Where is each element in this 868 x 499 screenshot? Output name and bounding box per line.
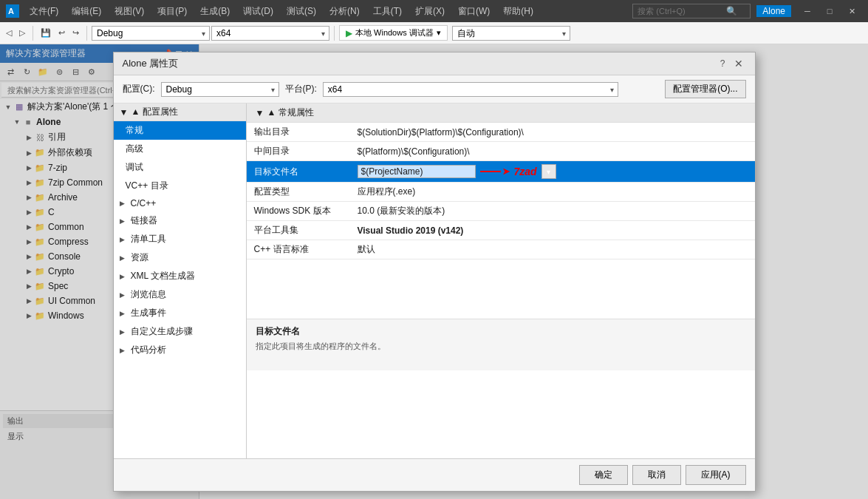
prop-tree-item-browse[interactable]: ▶ 浏览信息 (114, 285, 246, 304)
prop-section-header: ▼ ▲ 常规属性 (247, 103, 755, 123)
run-mode-select[interactable]: 自动 (452, 26, 570, 41)
prop-tree-item-resources[interactable]: ▶ 资源 (114, 248, 246, 267)
prop-section-expand-icon: ▼ (256, 108, 264, 118)
toolbar-sep3 (334, 26, 335, 41)
prop-tree-xml-label: XML 文档生成器 (131, 270, 196, 282)
modal-platform-dropdown[interactable]: x64 x86 (323, 82, 618, 97)
modal-config-dropdown[interactable]: Debug Release (161, 82, 279, 97)
modal-platform-select[interactable]: x64 x86 (323, 82, 618, 97)
prop-tree-item-xml[interactable]: ▶ XML 文档生成器 (114, 267, 246, 285)
prop-name-sdk: Windows SDK 版本 (247, 202, 350, 221)
menu-help[interactable]: 帮助(H) (497, 4, 539, 19)
menu-file[interactable]: 文件(F) (24, 4, 64, 19)
menu-debug[interactable]: 调试(D) (237, 4, 279, 19)
toolbar-redo[interactable]: ↪ (69, 27, 82, 39)
resources-expand-icon: ▶ (120, 254, 129, 262)
title-bar: A 文件(F) 编辑(E) 视图(V) 项目(P) 生成(B) 调试(D) 测试… (0, 0, 868, 22)
config-dropdown[interactable]: Debug Release (92, 26, 210, 41)
minimize-button[interactable]: ─ (797, 4, 818, 18)
platform-select[interactable]: x64 x86 (211, 26, 329, 41)
toolbar-undo[interactable]: ↩ (55, 27, 68, 39)
config-select[interactable]: Debug Release (92, 26, 210, 41)
toolbar-back[interactable]: ◁ (3, 27, 15, 39)
prop-name-cpp-std: C++ 语言标准 (247, 240, 350, 259)
modal-overlay: Alone 属性页 ? ✕ 配置(C): Debug Release 平台(P)… (0, 44, 868, 499)
cpp-expand-icon: ▶ (120, 200, 129, 207)
menu-view[interactable]: 视图(V) (109, 4, 150, 19)
title-badge: Alone (756, 5, 791, 17)
prop-value-target[interactable]: ➤ 7zad ▾ (350, 161, 755, 183)
menu-tools[interactable]: 工具(T) (367, 4, 408, 19)
menu-test[interactable]: 测试(S) (281, 4, 322, 19)
close-button[interactable]: ✕ (841, 4, 862, 18)
platform-dropdown[interactable]: x64 x86 (211, 26, 329, 41)
menu-extensions[interactable]: 扩展(X) (409, 4, 451, 19)
menu-window[interactable]: 窗口(W) (452, 4, 496, 19)
properties-table: 输出目录 $(SolutionDir)$(Platform)\$(Configu… (247, 123, 755, 259)
table-row-target[interactable]: 目标文件名 ➤ 7zad (247, 161, 755, 183)
prop-tree-item-code-analysis[interactable]: ▶ 代码分析 (114, 341, 246, 359)
properties-modal: Alone 属性页 ? ✕ 配置(C): Debug Release 平台(P)… (113, 52, 756, 492)
property-panel: ▼ ▲ 常规属性 输出目录 $(SolutionDir)$(Platform)\… (247, 103, 755, 458)
run-label: 本地 Windows 调试器 (355, 27, 434, 38)
title-search[interactable]: 🔍 (632, 4, 751, 18)
prop-value-config-type[interactable]: 应用程序(.exe) (350, 183, 755, 202)
modal-close-btn[interactable]: ✕ (731, 58, 746, 69)
prop-tree-item-custom-build[interactable]: ▶ 自定义生成步骤 (114, 322, 246, 341)
prop-tree-item-vc-dirs[interactable]: VC++ 目录 (114, 177, 246, 195)
arrow-line (480, 171, 501, 172)
modal-config-select[interactable]: Debug Release (161, 82, 279, 97)
annotation-arrow: ➤ 7zad (480, 166, 537, 177)
title-search-input[interactable] (638, 7, 726, 16)
menu-edit[interactable]: 编辑(E) (66, 4, 107, 19)
table-row: 输出目录 $(SolutionDir)$(Platform)\$(Configu… (247, 123, 755, 142)
run-mode-dropdown[interactable]: 自动 (452, 26, 570, 41)
prop-tree-item-cpp[interactable]: ▶ C/C++ (114, 195, 246, 211)
prop-value-intermediate[interactable]: $(Platform)\$(Configuration)\ (350, 142, 755, 161)
target-dropdown-btn[interactable]: ▾ (541, 164, 556, 179)
prop-spacer (247, 259, 755, 319)
prop-tree-item-linker[interactable]: ▶ 链接器 (114, 211, 246, 230)
maximize-button[interactable]: □ (819, 4, 840, 18)
target-filename-input[interactable] (358, 165, 476, 178)
prop-tree-build-events-label: 生成事件 (131, 307, 166, 319)
menu-project[interactable]: 项目(P) (151, 4, 193, 19)
prop-tree-item-debug[interactable]: 调试 (114, 158, 246, 177)
custom-build-expand-icon: ▶ (120, 328, 129, 336)
toolbar-forward[interactable]: ▷ (16, 27, 28, 39)
prop-value-cpp-std[interactable]: 默认 (350, 240, 755, 259)
modal-footer: 确定 取消 应用(A) (114, 458, 755, 491)
prop-value-toolset[interactable]: Visual Studio 2019 (v142) (350, 221, 755, 240)
config-label: 配置(C): (123, 83, 155, 95)
toolbar-sep2 (86, 26, 87, 41)
run-arrow-icon: ▶ (346, 28, 352, 38)
ok-button[interactable]: 确定 (579, 465, 628, 485)
prop-tree-custom-build-label: 自定义生成步骤 (131, 325, 193, 338)
cancel-button[interactable]: 取消 (632, 465, 681, 485)
prop-name-config-type: 配置类型 (247, 183, 350, 202)
menu-analyze[interactable]: 分析(N) (324, 4, 366, 19)
prop-value-output[interactable]: $(SolutionDir)$(Platform)\$(Configuratio… (350, 123, 755, 142)
prop-description: 目标文件名 指定此项目将生成的程序的文件名。 (247, 319, 755, 370)
app-logo: A (6, 4, 19, 18)
prop-value-sdk[interactable]: 10.0 (最新安装的版本) (350, 202, 755, 221)
apply-button[interactable]: 应用(A) (686, 465, 746, 485)
prop-tree-item-advanced[interactable]: 高级 (114, 140, 246, 158)
toolbar-save[interactable]: 💾 (38, 27, 54, 39)
prop-name-intermediate: 中间目录 (247, 142, 350, 161)
prop-tree-item-general[interactable]: 常规 (114, 121, 246, 140)
modal-title-bar: Alone 属性页 ? ✕ (114, 52, 755, 75)
prop-tree-cpp-label: C/C++ (131, 198, 157, 208)
config-manager-button[interactable]: 配置管理器(O)... (665, 80, 745, 98)
window-controls: ─ □ ✕ (797, 4, 862, 18)
main-toolbar: ◁ ▷ 💾 ↩ ↪ Debug Release x64 x86 ▶ 本地 Win… (0, 22, 868, 44)
menu-build[interactable]: 生成(B) (194, 4, 236, 19)
run-button[interactable]: ▶ 本地 Windows 调试器 ▾ (339, 25, 448, 41)
prop-tree-item-manifest[interactable]: ▶ 清单工具 (114, 230, 246, 248)
prop-tree-item-build-events[interactable]: ▶ 生成事件 (114, 304, 246, 322)
prop-tree-browse-label: 浏览信息 (131, 288, 166, 301)
browse-expand-icon: ▶ (120, 291, 129, 299)
modal-help-button[interactable]: ? (720, 58, 725, 69)
table-row: 中间目录 $(Platform)\$(Configuration)\ (247, 142, 755, 161)
prop-tree-header-label: ▲ 配置属性 (131, 106, 177, 118)
